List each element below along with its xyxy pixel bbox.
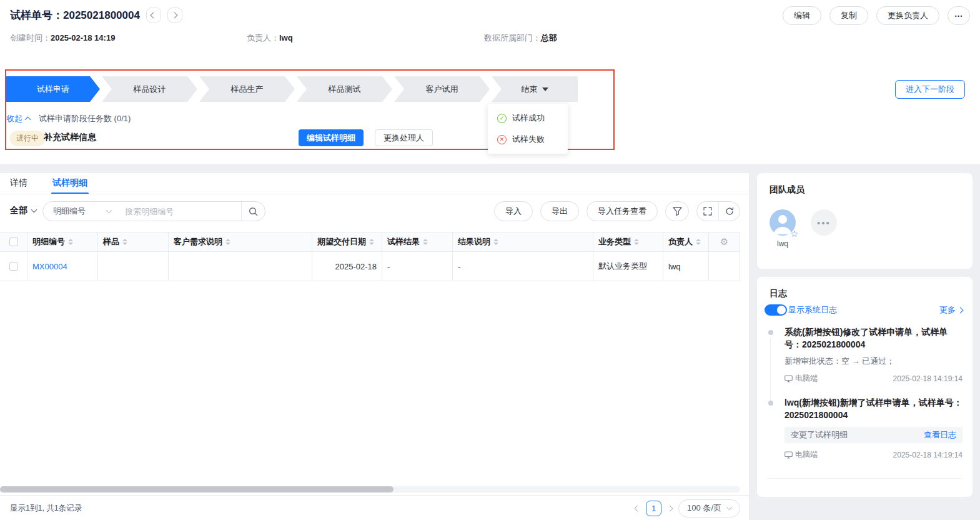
filter-button[interactable] [665, 201, 689, 221]
next-page-button[interactable] [668, 506, 672, 511]
menu-item-trial-success[interactable]: ✓ 试样成功 [488, 108, 568, 129]
system-log-toggle[interactable]: 显示系统日志 [765, 304, 837, 316]
table-row: MX00004 2025-02-18 - - 默认业务类型 lwq [0, 252, 740, 281]
department-value: 总部 [541, 33, 557, 42]
page-size-select[interactable]: 100 条/页 [678, 499, 740, 518]
collapse-link[interactable]: 收起 [6, 113, 30, 124]
cell-trial-result: - [382, 252, 453, 281]
search-field-select[interactable]: 明细编号 [43, 202, 119, 221]
department-field: 数据所属部门：总部 [484, 32, 557, 44]
more-label: 更多 [939, 304, 956, 316]
column-label: 客户需求说明 [174, 236, 222, 248]
chevron-up-icon [25, 117, 31, 123]
column-header-business-type[interactable]: 业务类型 [593, 232, 663, 251]
column-label: 结果说明 [458, 236, 490, 248]
table-footer: 显示1到1, 共1条记录 1 100 条/页 [10, 499, 740, 518]
change-handler-button[interactable]: 更换处理人 [375, 129, 433, 146]
change-owner-button[interactable]: 更换负责人 [876, 6, 939, 25]
main-panel: 详情 试样明细 全部 明细编号 导入 导出 导入任务查看 [0, 173, 749, 520]
next-stage-button[interactable]: 进入下一阶段 [895, 80, 965, 99]
export-button[interactable]: 导出 [540, 201, 579, 221]
toolbar-right: 导入 导出 导入任务查看 [494, 201, 740, 221]
fullscreen-button[interactable] [697, 202, 718, 221]
select-all-checkbox[interactable] [9, 238, 18, 246]
column-settings-button[interactable]: ⚙ [709, 232, 740, 251]
more-members-button[interactable]: ••• [811, 209, 837, 236]
list-toolbar: 全部 明细编号 导入 导出 导入任务查看 [10, 201, 740, 221]
tab-trial-detail[interactable]: 试样明细 [52, 178, 87, 194]
avatar: ☆ [770, 209, 796, 236]
horizontal-scrollbar-thumb[interactable] [0, 486, 393, 492]
stage-item-sample-testing[interactable]: 样品测试 [297, 76, 392, 102]
cell-detail-no[interactable]: MX00004 [27, 252, 98, 281]
next-record-button[interactable] [167, 8, 182, 22]
detail-header: 试样单号：2025021800004 编辑 复制 更换负责人 ⋯ 创建时间：20… [0, 0, 980, 164]
search-input[interactable] [119, 202, 241, 221]
refresh-button[interactable] [718, 202, 740, 221]
stage-item-end[interactable]: 结束 [492, 76, 578, 102]
sort-icon [68, 239, 73, 245]
caret-down-icon [542, 88, 548, 91]
footer-divider [0, 495, 749, 496]
tabs-divider [0, 194, 749, 194]
stage-label: 结束 [522, 84, 538, 95]
row-checkbox-cell [0, 252, 27, 281]
cell-business-type: 默认业务类型 [593, 252, 663, 281]
current-page-button[interactable]: 1 [646, 501, 661, 516]
stage-flow-bar: 试样申请 样品设计 样品生产 样品测试 客户试用 结束 [6, 76, 578, 102]
sort-icon [122, 239, 127, 245]
team-member[interactable]: ☆ lwq [770, 209, 796, 248]
stage-label: 样品生产 [231, 84, 264, 95]
stage-item-trial-apply[interactable]: 试样申请 [6, 76, 100, 102]
log-device: 电脑端 [784, 449, 818, 460]
created-time-label: 创建时间： [10, 33, 51, 42]
more-actions-button[interactable]: ⋯ [948, 6, 970, 25]
created-time-field: 创建时间：2025-02-18 14:19 [10, 32, 115, 44]
search-button[interactable] [241, 202, 265, 221]
stage-label: 客户试用 [426, 84, 458, 95]
column-header-expected-delivery[interactable]: 期望交付日期 [312, 232, 382, 251]
stage-item-sample-production[interactable]: 样品生产 [199, 76, 295, 102]
stage-item-customer-trial[interactable]: 客户试用 [394, 76, 490, 102]
copy-button[interactable]: 复制 [829, 6, 868, 25]
owner-value: lwq [279, 33, 293, 42]
import-task-view-button[interactable]: 导入任务查看 [587, 201, 658, 221]
sort-icon [423, 239, 428, 245]
row-checkbox[interactable] [9, 262, 18, 271]
column-label: 样品 [103, 236, 119, 248]
logs-card: 日志 显示系统日志 更多 系统(新增按钮)修改了试样申请单，试样单号：20250… [757, 277, 973, 497]
page-size-value: 100 条/页 [687, 502, 721, 514]
menu-item-label: 试样成功 [512, 112, 545, 124]
log-entry: 系统(新增按钮)修改了试样申请单，试样单号：2025021800004 新增审批… [757, 322, 973, 392]
column-header-sample[interactable]: 样品 [98, 232, 169, 251]
timeline-dot-icon [768, 401, 773, 406]
cell-sample [98, 252, 169, 281]
column-header-owner[interactable]: 负责人 [663, 232, 709, 251]
column-header-detail-no[interactable]: 明细编号 [27, 232, 98, 251]
column-header-customer-requirement[interactable]: 客户需求说明 [169, 232, 312, 251]
owner-field: 负责人：lwq [247, 32, 293, 44]
sort-icon [225, 239, 230, 245]
log-change-box: 变更了试样明细 查看日志 [784, 427, 963, 443]
import-button[interactable]: 导入 [494, 201, 533, 221]
column-header-result-note[interactable]: 结果说明 [453, 232, 593, 251]
edit-button[interactable]: 编辑 [783, 6, 821, 25]
select-all-checkbox-cell [0, 232, 27, 251]
collapse-label: 收起 [6, 113, 22, 124]
stage-item-sample-design[interactable]: 样品设计 [102, 76, 197, 102]
edit-trial-detail-button[interactable]: 编辑试样明细 [299, 129, 364, 146]
scope-filter-dropdown[interactable]: 全部 [10, 205, 36, 216]
log-toggle-row: 显示系统日志 更多 [765, 304, 963, 316]
title-row: 试样单号：2025021800004 [10, 8, 182, 22]
chevron-left-icon [151, 12, 157, 18]
column-header-trial-result[interactable]: 试样结果 [382, 232, 453, 251]
tab-detail[interactable]: 详情 [10, 178, 27, 194]
prev-record-button[interactable] [146, 8, 161, 22]
logs-title: 日志 [770, 288, 787, 299]
chevron-right-icon [958, 307, 964, 313]
menu-item-trial-fail[interactable]: ✕ 试样失败 [488, 129, 568, 150]
prev-page-button[interactable] [635, 506, 640, 511]
view-log-link[interactable]: 查看日志 [924, 429, 956, 441]
menu-item-label: 试样失败 [512, 134, 545, 145]
more-logs-link[interactable]: 更多 [939, 304, 963, 316]
